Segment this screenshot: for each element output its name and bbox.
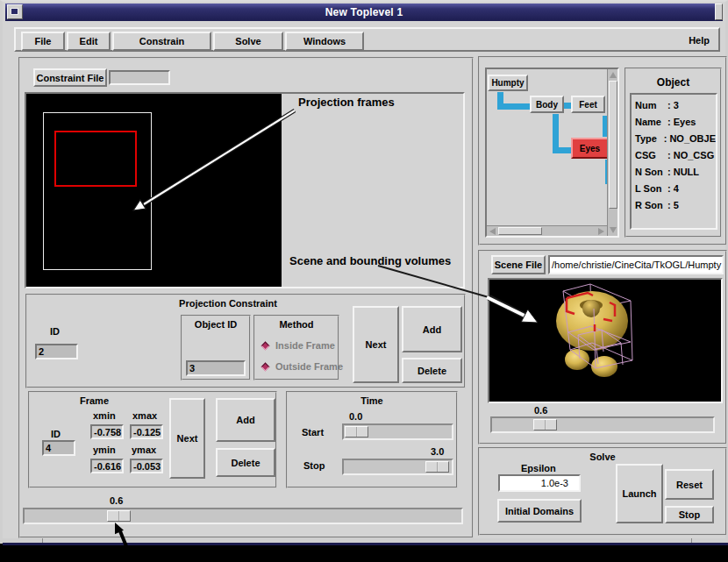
epsilon-field[interactable]: 1.0e-3 <box>498 474 581 492</box>
object-id-group: Object ID 3 <box>181 315 251 381</box>
scene-zoom-slider-handle[interactable] <box>533 419 557 430</box>
object-row: N Son: NULL <box>635 164 716 181</box>
radio-outside-frame-label[interactable]: Outside Frame <box>275 361 343 372</box>
scene-zoom-slider[interactable] <box>490 416 715 433</box>
xmax-label: xmax <box>132 410 157 421</box>
menu-edit[interactable]: Edit <box>67 32 111 51</box>
frame-group: Frame xmin xmax -0.758 -0.125 ID 4 ymin … <box>28 391 277 488</box>
object-id-label: Object ID <box>182 319 249 330</box>
time-start-label: Start <box>302 427 324 438</box>
frame-id-label: ID <box>51 429 61 439</box>
projection-canvas[interactable] <box>26 94 282 287</box>
frame-add-button[interactable]: Add <box>216 398 275 442</box>
left-zoom-slider-handle[interactable] <box>107 510 131 522</box>
time-group: Time 0.0 Start 3.0 Stop <box>286 391 458 488</box>
hierarchy-group: Humpty Body Feet Eyes Object <box>478 56 727 245</box>
tree-hscroll-thumb[interactable] <box>498 227 542 235</box>
object-row: L Son: 4 <box>635 181 716 197</box>
ymin-field[interactable]: -0.616 <box>90 459 124 473</box>
frame-id-field[interactable]: 4 <box>42 440 75 456</box>
xmin-label: xmin <box>93 410 116 421</box>
constraint-file-field[interactable] <box>109 70 170 85</box>
left-slider-value: 0.6 <box>110 495 123 506</box>
tree-vertical-scrollbar[interactable] <box>607 69 617 236</box>
method-group: Method Inside Frame Outside Frame <box>253 315 339 381</box>
tree-node-eyes-selected[interactable]: Eyes <box>571 138 609 159</box>
window-bottom-border[interactable] <box>3 538 728 545</box>
ymin-label: ymin <box>93 445 116 455</box>
reset-button[interactable]: Reset <box>665 469 714 500</box>
annotation-projection-frames: Projection frames <box>298 96 395 109</box>
stop-button[interactable]: Stop <box>665 506 714 523</box>
time-stop-value: 3.0 <box>431 446 444 457</box>
object-info-group: Object Num: 3 Name: Eyes Type: NO_OBJE C… <box>625 68 722 238</box>
frame-delete-button[interactable]: Delete <box>216 448 275 477</box>
tree-connector <box>497 103 530 110</box>
scene-slider-value: 0.6 <box>534 405 547 416</box>
scroll-right-icon[interactable] <box>598 228 604 235</box>
projection-constraint-group: Projection Constraint ID 2 Object ID 3 M… <box>25 294 466 388</box>
window-corner-button[interactable] <box>715 4 723 20</box>
tree-node-humpty[interactable]: Humpty <box>488 75 528 91</box>
pc-id-field[interactable]: 2 <box>35 344 78 359</box>
object-row: Type: NO_OBJE <box>635 131 716 147</box>
object-row: Num: 3 <box>635 97 716 114</box>
window-menu-button[interactable] <box>7 4 23 19</box>
scroll-left-icon[interactable] <box>489 228 496 235</box>
pc-next-button[interactable]: Next <box>353 306 399 383</box>
left-zoom-slider[interactable] <box>23 508 463 524</box>
scroll-down-icon[interactable] <box>610 227 617 233</box>
tree-horizontal-scrollbar[interactable] <box>487 225 607 236</box>
menu-help[interactable]: Help <box>689 35 710 46</box>
time-start-handle[interactable] <box>345 426 368 438</box>
window-title: New Toplevel 1 <box>325 6 403 18</box>
menu-bar: File Edit Constrain Solve Windows Help <box>14 27 720 52</box>
frame-next-button[interactable]: Next <box>169 398 205 479</box>
pc-delete-button[interactable]: Delete <box>402 358 462 383</box>
window-menu-icon <box>11 8 18 15</box>
object-id-field[interactable]: 3 <box>186 360 246 376</box>
time-start-value: 0.0 <box>349 411 362 422</box>
scene-file-button[interactable]: Scene File <box>491 255 546 274</box>
projection-frame-selected[interactable] <box>54 131 137 187</box>
xmin-field[interactable]: -0.758 <box>90 424 124 439</box>
object-info-box: Num: 3 Name: Eyes Type: NO_OBJE CSG: NO_… <box>630 93 717 230</box>
initial-domains-button[interactable]: Initial Domains <box>497 499 582 523</box>
object-row: CSG: NO_CSG <box>635 147 716 164</box>
scene-3d-render <box>489 280 721 402</box>
menu-solve[interactable]: Solve <box>213 32 283 51</box>
tree-node-body[interactable]: Body <box>530 96 564 113</box>
resize-notch <box>691 538 692 543</box>
launch-button[interactable]: Launch <box>616 464 663 523</box>
object-panel-title: Object <box>626 76 720 89</box>
scroll-up-icon[interactable] <box>610 72 617 78</box>
eyes-sphere <box>582 300 600 317</box>
ymax-field[interactable]: -0.053 <box>130 459 163 473</box>
radio-inside-frame-label[interactable]: Inside Frame <box>275 340 335 351</box>
title-bar[interactable]: New Toplevel 1 <box>5 4 723 21</box>
constraint-file-button[interactable]: Constraint File <box>33 68 107 87</box>
radio-inside-frame-icon[interactable] <box>261 342 270 351</box>
pc-id-label: ID <box>50 326 60 337</box>
frame-title: Frame <box>80 395 109 406</box>
tree-vscroll-thumb[interactable] <box>609 81 617 209</box>
time-stop-handle[interactable] <box>425 461 449 473</box>
xmax-field[interactable]: -0.125 <box>130 424 163 439</box>
object-row: R Son: 5 <box>635 197 716 214</box>
pc-add-button[interactable]: Add <box>402 306 462 352</box>
time-title: Time <box>288 395 456 406</box>
menu-file[interactable]: File <box>21 32 65 51</box>
scene-tree-view[interactable]: Humpty Body Feet Eyes <box>485 68 619 238</box>
time-start-slider[interactable] <box>342 423 453 440</box>
foot-sphere-left <box>565 349 589 370</box>
tree-node-feet[interactable]: Feet <box>571 96 605 113</box>
menu-windows[interactable]: Windows <box>285 32 364 51</box>
scene-file-field[interactable]: /home/christie/CineCita/TkOGL/Humpty <box>548 255 724 274</box>
scene-3d-canvas[interactable] <box>488 278 723 403</box>
application-root: New Toplevel 1 File Edit Constrain Solve… <box>0 0 728 562</box>
radio-outside-frame-icon[interactable] <box>261 363 270 372</box>
method-label: Method <box>255 319 338 330</box>
time-stop-slider[interactable] <box>342 459 453 475</box>
menu-constrain[interactable]: Constrain <box>112 32 211 51</box>
time-stop-label: Stop <box>303 460 325 471</box>
